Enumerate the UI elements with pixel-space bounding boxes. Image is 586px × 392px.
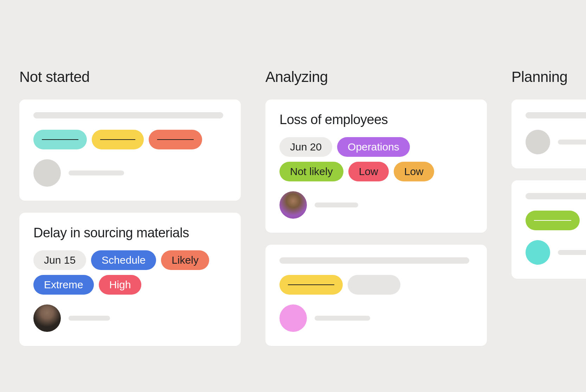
- kanban-board: Not started Delay in sourcing materials …: [0, 0, 586, 358]
- task-card-placeholder[interactable]: [511, 99, 586, 168]
- task-title: Delay in sourcing materials: [33, 225, 227, 240]
- tag-placeholder: [33, 130, 87, 149]
- severity-tag[interactable]: Low: [348, 162, 389, 181]
- card-footer: [279, 304, 473, 332]
- tag-row: Jun 20 Operations Not likely Low Low: [279, 137, 473, 181]
- task-card[interactable]: Delay in sourcing materials Jun 15 Sched…: [19, 213, 241, 346]
- footer-text-placeholder: [315, 203, 358, 207]
- footer-text-placeholder: [69, 316, 110, 321]
- tag-row: [33, 130, 227, 149]
- column-not-started: Not started Delay in sourcing materials …: [19, 69, 241, 358]
- tag-placeholder: [279, 275, 343, 295]
- card-footer: [526, 240, 586, 265]
- title-placeholder: [526, 193, 586, 199]
- card-footer: [33, 159, 227, 187]
- avatar-placeholder: [526, 240, 550, 265]
- title-placeholder: [526, 112, 586, 118]
- tag-placeholder: [149, 130, 202, 149]
- footer-text-placeholder: [315, 316, 370, 321]
- likelihood-tag[interactable]: Likely: [161, 250, 209, 270]
- avatar-placeholder: [279, 304, 307, 332]
- date-tag[interactable]: Jun 20: [279, 137, 332, 157]
- priority-tag[interactable]: High: [99, 275, 142, 295]
- priority-tag[interactable]: Low: [394, 162, 434, 181]
- column-title: Not started: [19, 69, 241, 85]
- task-card-placeholder[interactable]: [19, 99, 241, 201]
- assignee-avatar[interactable]: [33, 304, 61, 332]
- column-analyzing: Analyzing Loss of employees Jun 20 Opera…: [265, 69, 487, 358]
- footer-text-placeholder: [69, 171, 124, 175]
- task-card-placeholder[interactable]: [265, 245, 487, 346]
- card-footer: [526, 130, 586, 154]
- title-placeholder: [279, 257, 469, 264]
- likelihood-tag[interactable]: Not likely: [279, 162, 343, 181]
- column-planning: Planning: [511, 69, 586, 358]
- task-card[interactable]: Loss of employees Jun 20 Operations Not …: [265, 99, 487, 233]
- assignee-avatar[interactable]: [279, 191, 307, 219]
- avatar-placeholder: [526, 130, 550, 154]
- task-card-placeholder[interactable]: [511, 180, 586, 279]
- footer-text-placeholder: [558, 140, 586, 144]
- category-tag[interactable]: Schedule: [91, 250, 156, 270]
- avatar-placeholder: [33, 159, 61, 187]
- card-footer: [279, 191, 473, 219]
- tag-row: [279, 275, 473, 295]
- task-title: Loss of employees: [279, 112, 473, 127]
- column-title: Planning: [511, 69, 586, 85]
- tag-placeholder: [92, 130, 144, 149]
- card-footer: [33, 304, 227, 332]
- footer-text-placeholder: [558, 250, 586, 255]
- severity-tag[interactable]: Extreme: [33, 275, 94, 295]
- tag-placeholder: [348, 275, 400, 295]
- column-title: Analyzing: [265, 69, 487, 85]
- tag-row: [526, 211, 586, 230]
- date-tag[interactable]: Jun 15: [33, 250, 86, 270]
- tag-placeholder: [526, 211, 580, 230]
- title-placeholder: [33, 112, 223, 118]
- category-tag[interactable]: Operations: [337, 137, 410, 157]
- tag-row: Jun 15 Schedule Likely Extreme High: [33, 250, 227, 295]
